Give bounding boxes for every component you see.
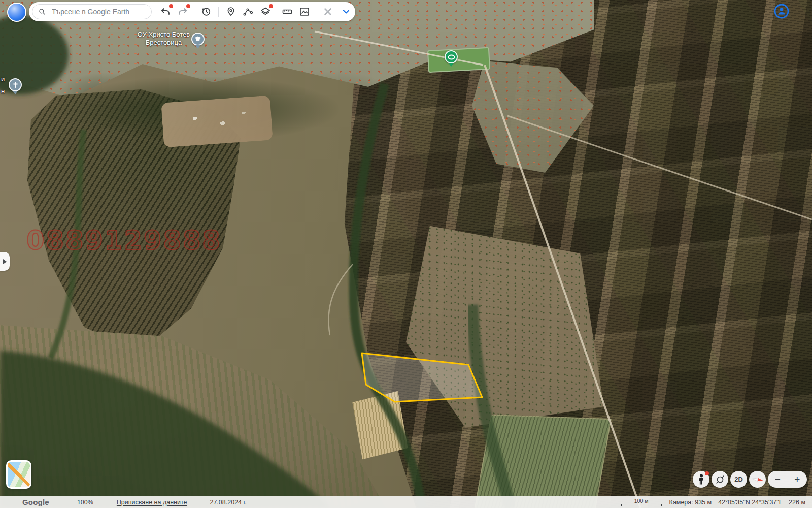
placemark-button[interactable]	[225, 6, 237, 18]
layers-button[interactable]	[259, 6, 272, 18]
2d-label: 2D	[734, 475, 743, 483]
terrain-sports-field	[427, 47, 490, 73]
path-button[interactable]	[242, 6, 254, 18]
church-pin-icon	[9, 78, 22, 91]
search-input[interactable]	[51, 7, 146, 16]
historical-imagery-icon	[200, 6, 212, 18]
google-logo: Google	[22, 498, 49, 506]
terrain-elevation: 226 м	[789, 499, 805, 506]
google-earth-logo[interactable]	[7, 3, 26, 22]
compass-icon	[751, 473, 764, 486]
historical-imagery-button[interactable]	[200, 6, 212, 18]
stadium-pin[interactable]	[445, 50, 458, 67]
partial-label-line2: н	[1, 87, 5, 96]
orbit-icon	[715, 474, 726, 485]
photo-button[interactable]	[298, 6, 311, 18]
scale-bracket	[621, 504, 662, 506]
toolbar-divider	[194, 7, 194, 17]
photo-icon	[298, 6, 311, 18]
scale-label: 100 м	[634, 498, 649, 504]
chevron-right-icon	[3, 259, 7, 264]
path-icon	[242, 6, 254, 18]
data-attribution-link[interactable]: Приписване на данните	[117, 499, 187, 506]
terrain-hilltop-forest	[56, 76, 340, 142]
toolbar-divider	[218, 7, 219, 17]
terrain-green-vineyard	[474, 415, 612, 508]
scale-bar: 100 м	[621, 498, 662, 506]
measure-icon	[281, 6, 293, 18]
stadium-pin-icon	[445, 50, 458, 64]
school-pin[interactable]	[191, 33, 205, 49]
zoom-out-button[interactable]: −	[772, 471, 784, 488]
pegman-button[interactable]	[693, 471, 709, 488]
status-bar: Google 100% Приписване на данните 27.08.…	[0, 496, 812, 508]
tools-icon	[322, 6, 334, 18]
phone-watermark: 0889129888	[26, 226, 222, 256]
terrain-lower-fields	[0, 325, 386, 508]
terrain-farm-parcels	[335, 0, 812, 508]
zoom-in-button[interactable]: +	[791, 471, 803, 488]
zoom-percent: 100%	[77, 499, 93, 506]
undo-badge	[169, 4, 173, 8]
tools-button[interactable]	[322, 6, 334, 18]
pegman-badge	[705, 471, 709, 475]
camera-altitude: Камера: 935 м	[669, 499, 712, 506]
chevron-down-icon	[340, 6, 352, 18]
measure-button[interactable]	[281, 6, 293, 18]
poi-label-partial: и н	[1, 75, 5, 96]
redo-badge	[186, 4, 190, 8]
terrain-vineyard-hill	[20, 71, 376, 376]
sidebar-expand-button[interactable]	[0, 252, 10, 271]
terrain-orchard	[406, 224, 604, 442]
search-icon	[38, 7, 47, 16]
earth-viewport[interactable]: 0889129888 ОУ Христо Ботев Брестовица и …	[0, 0, 812, 508]
pegman-icon	[697, 473, 706, 486]
cursor-coordinates: 42°05'35"N 24°35'37"E	[718, 499, 783, 506]
toolbar-divider	[316, 7, 316, 17]
imagery-date: 27.08.2024 г.	[210, 499, 247, 506]
parcel-outline[interactable]	[362, 353, 482, 402]
redo-button[interactable]	[177, 6, 189, 18]
undo-button[interactable]	[159, 6, 172, 18]
map-style-thumbnail[interactable]	[6, 460, 31, 489]
terrain-village-east	[472, 61, 594, 173]
placemark-icon	[225, 6, 237, 18]
partial-label-line1: и	[1, 75, 5, 83]
highlighted-parcel[interactable]	[345, 339, 492, 408]
search-box[interactable]	[32, 4, 152, 19]
compass-button[interactable]	[749, 471, 766, 488]
toolbar-divider	[277, 7, 277, 17]
more-tools-button[interactable]	[340, 6, 352, 18]
orbit-button[interactable]	[712, 471, 728, 488]
account-button[interactable]	[773, 3, 790, 19]
zoom-control: − +	[768, 471, 807, 488]
school-pin-icon	[191, 33, 205, 46]
church-pin[interactable]	[9, 78, 22, 94]
account-circle-icon	[773, 3, 790, 19]
layers-badge	[269, 4, 273, 8]
main-toolbar	[29, 2, 355, 21]
toggle-2d-button[interactable]: 2D	[730, 471, 747, 488]
terrain-clearing	[161, 96, 273, 148]
